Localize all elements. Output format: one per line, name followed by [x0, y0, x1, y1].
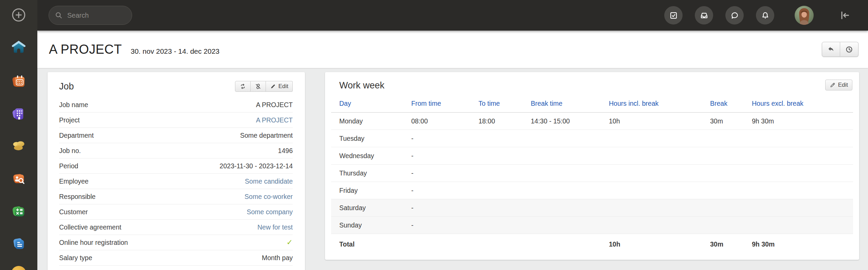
sidebar-item-calculations[interactable]	[11, 203, 26, 219]
job-edit-button[interactable]: Edit	[266, 81, 293, 92]
content-area: Job	[37, 68, 868, 270]
chat-button[interactable]	[725, 6, 744, 24]
job-card-toolbar: Edit	[235, 81, 293, 92]
search-input[interactable]	[67, 12, 118, 19]
sidebar	[0, 0, 37, 270]
sidebar-item-company[interactable]	[11, 106, 26, 121]
job-row: ProjectA PROJECT	[59, 113, 293, 128]
table-row-thursday: Thursday -	[331, 165, 853, 182]
undo-arrow-icon	[827, 45, 835, 53]
col-to-time: To time	[478, 97, 531, 113]
documents-icon	[11, 236, 26, 252]
responsible-link[interactable]: Some co-worker	[245, 193, 293, 201]
check-icon: ✓	[287, 238, 293, 247]
repeat-button[interactable]	[235, 81, 251, 92]
workweek-card-title: Work week	[339, 80, 853, 91]
page-date-range: 30. nov 2023 - 14. dec 2023	[131, 47, 220, 55]
table-row-wednesday: Wednesday -	[331, 147, 853, 165]
main-content: A PROJECT 30. nov 2023 - 14. dec 2023	[37, 31, 868, 270]
col-from-time: From time	[411, 97, 478, 113]
job-row: Collective agreementNew for test	[59, 220, 293, 235]
page-header: A PROJECT 30. nov 2023 - 14. dec 2023	[37, 31, 868, 68]
col-break-time: Break time	[531, 97, 609, 113]
table-row-saturday: Saturday -	[331, 199, 853, 217]
tasks-icon	[669, 11, 678, 20]
add-button[interactable]	[11, 7, 26, 23]
sidebar-item-documents[interactable]	[11, 236, 26, 252]
unlink-icon	[255, 83, 261, 90]
job-value: Month pay	[262, 254, 293, 262]
workweek-card: Work week Edit Day F	[325, 72, 859, 260]
workweek-table: Day From time To time Break time Hours i…	[331, 97, 853, 254]
table-row-total: Total 10h 30m 9h 30m	[331, 234, 853, 254]
job-value: 2023-11-30 - 2023-12-14	[220, 162, 293, 170]
chat-icon	[730, 11, 739, 20]
job-card-title: Job	[59, 81, 74, 92]
home-icon	[11, 39, 26, 55]
workweek-edit-label: Edit	[838, 82, 848, 88]
search-box[interactable]	[49, 6, 132, 25]
job-edit-label: Edit	[278, 83, 288, 90]
topbar-actions	[652, 6, 868, 25]
sidebar-item-finance[interactable]	[11, 138, 26, 153]
pencil-icon	[830, 82, 836, 88]
col-break: Break	[710, 97, 752, 113]
coins-icon	[11, 138, 26, 153]
notifications-button[interactable]	[756, 6, 774, 24]
job-value: 1496	[278, 147, 293, 155]
bell-icon	[761, 11, 770, 20]
job-row: DepartmentSome department	[59, 128, 293, 143]
tasks-button[interactable]	[664, 6, 683, 24]
magnifier-icon	[54, 11, 63, 20]
col-hours-excl: Hours excl. break	[752, 97, 853, 113]
col-day: Day	[331, 97, 411, 113]
job-row: Online hour registration✓	[59, 235, 293, 250]
col-hours-incl: Hours incl. break	[609, 97, 710, 113]
employee-link[interactable]: Some candidate	[245, 178, 293, 185]
plus-circle-icon	[11, 7, 26, 23]
project-link[interactable]: A PROJECT	[256, 116, 293, 124]
unlink-button[interactable]	[251, 81, 266, 92]
back-button[interactable]	[822, 42, 840, 57]
collective-agreement-link[interactable]: New for test	[257, 223, 293, 231]
pencil-icon	[270, 83, 276, 89]
job-value: A PROJECT	[256, 101, 293, 109]
collapse-sidebar-button[interactable]	[837, 8, 852, 23]
user-avatar[interactable]	[795, 6, 814, 25]
table-row-friday: Friday -	[331, 182, 853, 199]
customer-link[interactable]: Some company	[247, 208, 293, 216]
candidate-search-icon	[11, 171, 26, 186]
job-row: Job nameA PROJECT	[59, 97, 293, 113]
clock-icon	[845, 45, 853, 54]
collapse-left-icon	[839, 9, 851, 21]
job-row: Salary typeMonth pay	[59, 250, 293, 266]
page-header-actions	[822, 42, 858, 57]
job-row: ResponsibleSome co-worker	[59, 189, 293, 204]
sidebar-item-calendar[interactable]	[11, 73, 26, 89]
job-row: Job no.1496	[59, 143, 293, 158]
job-card: Job	[48, 72, 305, 270]
page-title: A PROJECT	[49, 42, 122, 57]
repeat-icon	[239, 83, 246, 90]
workweek-edit-button[interactable]: Edit	[825, 80, 852, 90]
table-header-row: Day From time To time Break time Hours i…	[331, 97, 853, 113]
calculator-icon	[11, 203, 26, 219]
job-row: Period2023-11-30 - 2023-12-14	[59, 158, 293, 174]
table-row-monday: Monday 08:00 18:00 14:30 - 15:00 10h 30m…	[331, 113, 853, 130]
partial-bottom-icon	[11, 266, 26, 270]
job-row: CustomerSome company	[59, 204, 293, 220]
table-row-sunday: Sunday -	[331, 217, 853, 234]
building-icon	[11, 106, 26, 121]
table-row-tuesday: Tuesday -	[331, 130, 853, 147]
history-button[interactable]	[840, 42, 858, 57]
topbar	[37, 0, 868, 31]
job-row: EmployeeSome candidate	[59, 174, 293, 189]
sidebar-item-home[interactable]	[11, 39, 26, 55]
inbox-button[interactable]	[695, 6, 713, 24]
job-value: Some department	[240, 132, 293, 139]
calendar-icon	[11, 73, 26, 89]
inbox-icon	[700, 11, 709, 20]
sidebar-item-candidates[interactable]	[11, 171, 26, 186]
